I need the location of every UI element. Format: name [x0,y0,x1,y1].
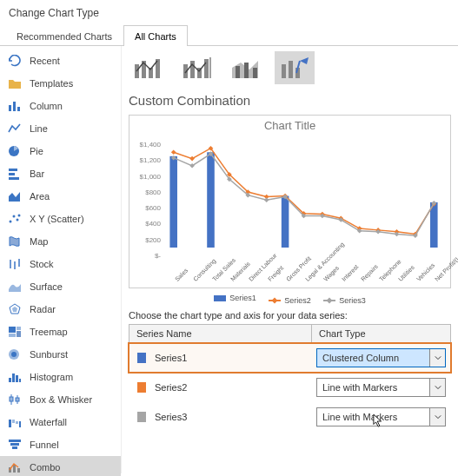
sidebar-item-label: Bar [30,169,44,179]
bar-icon [7,167,23,181]
series-name-label: Series2 [155,382,316,393]
sidebar-item-x-y-scatter-[interactable]: X Y (Scatter) [0,208,121,230]
series-name-label: Series3 [155,412,316,422]
map-icon [7,235,23,248]
subtype-stacked-area-column[interactable] [226,51,266,84]
chart-type-dropdown[interactable]: Line with Markers [316,378,446,397]
sidebar-item-radar[interactable]: Radar [0,298,121,321]
svg-rect-17 [9,327,16,333]
series-name-label: Series1 [155,353,316,363]
svg-rect-48 [204,59,209,78]
sidebar-item-treemap[interactable]: Treemap [0,321,121,343]
area-icon [7,189,23,203]
legend-series1: Series1 [229,294,256,302]
x-label: Vehicles [415,262,435,282]
surface-icon [7,280,23,294]
chart-title: Chart Title [129,116,450,132]
sidebar-item-area[interactable]: Area [0,185,121,208]
sidebar-item-label: Surface [30,281,63,292]
sidebar-item-label: Funnel [30,440,59,450]
sidebar-item-box-whisker[interactable]: Box & Whisker [0,388,121,411]
svg-point-10 [17,219,19,221]
sidebar-item-label: Combo [30,462,60,473]
tab-all-charts[interactable]: All Charts [123,25,188,46]
svg-rect-32 [12,420,15,423]
col-series-name: Series Name [129,325,312,342]
series-row-series1[interactable]: Series1Clustered Column [129,343,451,373]
svg-rect-54 [282,64,286,78]
chart-preview[interactable]: Chart Title $1,400$1,200$1,000$800$600$4… [129,115,451,288]
templates-icon [7,76,23,90]
histogram-icon [7,370,23,384]
sidebar-item-label: Area [30,191,50,202]
sidebar-item-pie[interactable]: Pie [0,140,121,162]
funnel-icon [7,438,23,452]
series-instruction: Choose the chart type and axis for your … [129,310,451,321]
sidebar-item-histogram[interactable]: Histogram [0,366,121,388]
chart-type-sidebar: RecentTemplatesColumnLinePieBarAreaX Y (… [0,46,122,473]
sidebar-item-sunburst[interactable]: Sunburst [0,343,121,366]
box-whisker-icon [7,393,23,407]
dropdown-button[interactable] [429,349,445,367]
legend-series3: Series3 [339,296,366,305]
y-tick: $1,400 [140,141,161,149]
chart-type-dropdown[interactable]: Clustered Column [316,348,446,367]
stock-icon [7,257,23,271]
svg-rect-25 [16,375,18,382]
svg-rect-59 [207,152,215,248]
series-row-series2[interactable]: Series2Line with Markers [129,373,451,402]
x-label: Utilities [397,264,415,282]
x-label: Wages [322,265,340,282]
column-icon [7,99,23,113]
sidebar-item-recent[interactable]: Recent [0,50,121,72]
sidebar-item-waterfall[interactable]: Waterfall [0,411,121,433]
y-tick: $600 [145,204,161,212]
svg-rect-52 [244,63,249,78]
sidebar-item-funnel[interactable]: Funnel [0,433,121,456]
sidebar-item-label: X Y (Scatter) [30,214,84,224]
combo-icon [7,460,23,474]
sidebar-item-column[interactable]: Column [0,95,121,117]
waterfall-icon [7,415,23,429]
sidebar-item-label: Line [30,123,48,134]
svg-rect-18 [17,327,21,330]
dropdown-button[interactable] [429,408,445,426]
svg-rect-82 [264,197,269,202]
sidebar-item-label: Histogram [30,372,73,382]
subtype-custom-combination[interactable] [275,51,315,84]
svg-rect-24 [12,374,15,382]
svg-rect-28 [10,397,13,401]
plot-area [164,136,443,248]
sidebar-item-bar[interactable]: Bar [0,162,121,185]
svg-rect-60 [282,196,289,248]
sidebar-item-label: Sunburst [30,349,68,360]
svg-rect-23 [9,378,11,382]
svg-rect-0 [9,105,11,111]
chart-type-dropdown[interactable]: Line with Markers [316,407,446,426]
tab-recommended-charts[interactable]: Recommended Charts [5,25,123,46]
svg-point-8 [10,221,12,223]
radar-icon [7,302,23,316]
svg-rect-4 [9,169,17,171]
sidebar-item-combo[interactable]: Combo [0,456,121,476]
subtype-clustered-column-line-secondary[interactable] [177,51,217,84]
subtype-clustered-column-line[interactable] [129,51,169,84]
tab-strip: Recommended Charts All Charts [0,24,458,46]
series-color-swatch [137,382,146,393]
x-label: Interest [341,263,359,281]
y-tick: $- [155,252,161,260]
sidebar-item-templates[interactable]: Templates [0,72,121,95]
svg-marker-7 [9,192,20,202]
sidebar-item-line[interactable]: Line [0,117,121,140]
series-row-series3[interactable]: Series3Line with Markers [129,402,451,432]
svg-rect-58 [169,156,177,248]
sidebar-item-map[interactable]: Map [0,230,121,253]
sidebar-item-label: Templates [30,78,73,89]
sidebar-item-surface[interactable]: Surface [0,275,121,298]
chart-type-value: Line with Markers [317,412,429,422]
svg-rect-39 [13,465,16,473]
sidebar-item-stock[interactable]: Stock [0,253,121,275]
dropdown-button[interactable] [429,379,445,396]
treemap-icon [7,325,23,339]
svg-rect-35 [9,440,21,442]
